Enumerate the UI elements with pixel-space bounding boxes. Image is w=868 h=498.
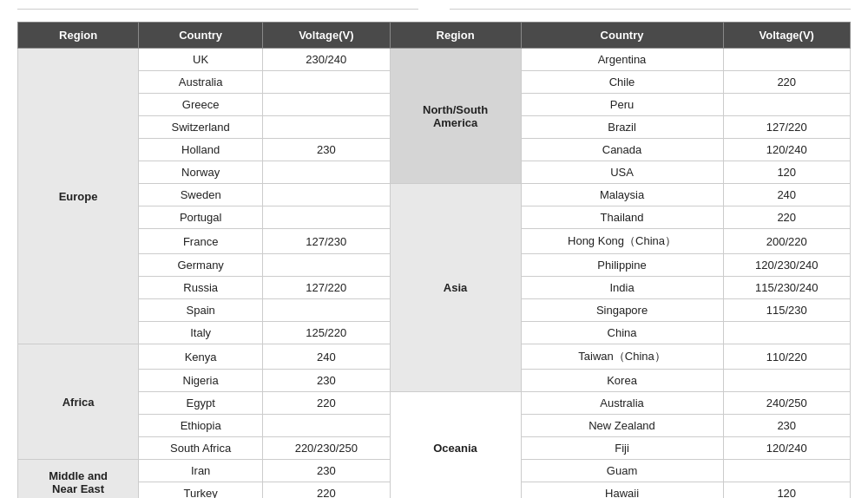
voltage-cell-right — [723, 49, 851, 71]
country-cell-left: UK — [139, 49, 263, 71]
country-cell-left: Turkey — [139, 482, 263, 499]
voltage-cell-right: 120 — [723, 161, 851, 184]
voltage-cell-left — [263, 161, 390, 184]
voltage-cell-left: 230 — [263, 460, 390, 482]
country-cell-right: Canada — [521, 139, 723, 161]
country-cell-right: New Zealand — [521, 415, 723, 437]
voltage-cell-left: 230/240 — [263, 49, 390, 71]
country-cell-left: Portugal — [139, 206, 263, 229]
country-cell-left: Iran — [139, 460, 263, 482]
voltage-cell-left — [263, 299, 390, 322]
title-line-right — [450, 9, 851, 10]
country-cell-left: Germany — [139, 254, 263, 277]
country-cell-right: Argentina — [521, 49, 723, 71]
country-cell-left: Australia — [139, 71, 263, 94]
voltage-cell-right: 110/220 — [723, 344, 851, 370]
voltage-cell-left: 230 — [263, 139, 390, 161]
country-cell-left: Nigeria — [139, 370, 263, 392]
country-cell-right: Thailand — [521, 206, 723, 229]
country-cell-right: Taiwan（China） — [521, 344, 723, 370]
voltage-cell-right — [723, 460, 851, 482]
table-row: Egypt220OceaniaAustralia240/250 — [18, 392, 851, 415]
country-cell-right: China — [521, 322, 723, 344]
page-header — [17, 9, 851, 10]
country-cell-left: Greece — [139, 94, 263, 116]
country-cell-right: Korea — [521, 370, 723, 392]
voltage-cell-right: 120/240 — [723, 437, 851, 460]
voltage-cell-left — [263, 206, 390, 229]
country-cell-right: Malaysia — [521, 184, 723, 206]
region-cell-left: Europe — [18, 49, 139, 344]
voltage-cell-right: 220 — [723, 206, 851, 229]
title-line-left — [17, 9, 418, 10]
voltage-cell-left: 125/220 — [263, 322, 390, 344]
region-cell-left: Middle and Near East — [18, 460, 139, 499]
country-cell-right: Hawaii — [521, 482, 723, 499]
country-cell-left: Sweden — [139, 184, 263, 206]
voltage-cell-left — [263, 94, 390, 116]
col-header-country-right: Country — [521, 23, 723, 49]
voltage-cell-right — [723, 370, 851, 392]
region-cell-left: Africa — [18, 344, 139, 460]
voltage-cell-right: 115/230 — [723, 299, 851, 322]
region-cell-right: Asia — [390, 184, 521, 392]
table-row: SwedenAsiaMalaysia240 — [18, 184, 851, 206]
voltage-cell-left: 240 — [263, 344, 390, 370]
voltage-cell-left: 230 — [263, 370, 390, 392]
voltage-cell-left — [263, 184, 390, 206]
table-row: EuropeUK230/240North/South AmericaArgent… — [18, 49, 851, 71]
country-cell-right: India — [521, 277, 723, 299]
voltage-cell-right: 120/230/240 — [723, 254, 851, 277]
country-cell-right: Fiji — [521, 437, 723, 460]
col-header-voltage-left: Voltage(V) — [263, 23, 390, 49]
voltage-cell-right: 240 — [723, 184, 851, 206]
country-cell-left: Holland — [139, 139, 263, 161]
country-cell-right: Guam — [521, 460, 723, 482]
country-cell-right: Philippine — [521, 254, 723, 277]
voltage-cell-right: 230 — [723, 415, 851, 437]
countries-table: Region Country Voltage(V) Region Country… — [17, 22, 851, 498]
voltage-cell-right — [723, 322, 851, 344]
voltage-cell-right — [723, 94, 851, 116]
country-cell-right: Singapore — [521, 299, 723, 322]
voltage-cell-left: 220 — [263, 482, 390, 499]
col-header-country-left: Country — [139, 23, 263, 49]
voltage-cell-right: 120/240 — [723, 139, 851, 161]
col-header-voltage-right: Voltage(V) — [723, 23, 851, 49]
voltage-cell-left — [263, 71, 390, 94]
country-cell-left: South Africa — [139, 437, 263, 460]
voltage-cell-left — [263, 415, 390, 437]
country-cell-left: Italy — [139, 322, 263, 344]
region-cell-right: Oceania — [390, 392, 521, 499]
country-cell-left: Russia — [139, 277, 263, 299]
country-cell-left: Ethiopia — [139, 415, 263, 437]
country-cell-right: Peru — [521, 94, 723, 116]
col-header-region-right: Region — [390, 23, 521, 49]
col-header-region-left: Region — [18, 23, 139, 49]
country-cell-right: Chile — [521, 71, 723, 94]
voltage-cell-right: 220 — [723, 71, 851, 94]
country-cell-right: USA — [521, 161, 723, 184]
country-cell-right: Brazil — [521, 116, 723, 139]
table-header-row: Region Country Voltage(V) Region Country… — [18, 23, 851, 49]
country-cell-right: Hong Kong（China） — [521, 229, 723, 254]
country-cell-left: France — [139, 229, 263, 254]
voltage-cell-right: 115/230/240 — [723, 277, 851, 299]
country-cell-left: Kenya — [139, 344, 263, 370]
voltage-cell-left — [263, 116, 390, 139]
voltage-cell-right: 120 — [723, 482, 851, 499]
country-cell-right: Australia — [521, 392, 723, 415]
voltage-cell-left: 220 — [263, 392, 390, 415]
country-cell-left: Switzerland — [139, 116, 263, 139]
country-cell-left: Norway — [139, 161, 263, 184]
voltage-cell-right: 200/220 — [723, 229, 851, 254]
voltage-cell-left: 220/230/250 — [263, 437, 390, 460]
country-cell-left: Egypt — [139, 392, 263, 415]
voltage-cell-right: 240/250 — [723, 392, 851, 415]
region-cell-right: North/South America — [390, 49, 521, 184]
country-cell-left: Spain — [139, 299, 263, 322]
voltage-cell-left: 127/230 — [263, 229, 390, 254]
voltage-cell-left — [263, 254, 390, 277]
voltage-cell-left: 127/220 — [263, 277, 390, 299]
voltage-cell-right: 127/220 — [723, 116, 851, 139]
